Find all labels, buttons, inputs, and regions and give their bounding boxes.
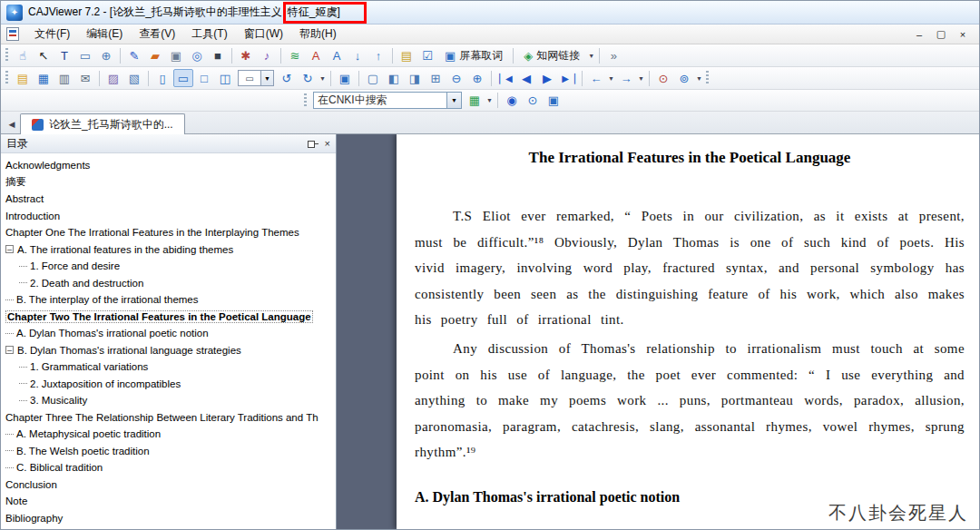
hand-tool-icon[interactable]: ☝ [13,46,33,64]
toc-item[interactable]: 3. Musicality [1,392,336,409]
target-tool-icon[interactable]: ◎ [187,46,207,64]
rotate-right-icon-dropdown-icon[interactable]: ▼ [318,75,327,82]
zoom-level-combo-dropdown-icon[interactable]: ▼ [261,70,274,86]
toc-item[interactable]: Bibliography [1,510,336,527]
zoom-out-icon[interactable]: ⊖ [446,69,466,87]
library-icon[interactable]: ▣ [544,92,564,110]
snapshot-icon[interactable]: ▧ [124,69,144,87]
tab-scroll-left-icon[interactable]: ◀ [4,115,20,133]
menu-item-5[interactable]: 帮助(H) [291,25,345,44]
find-icon[interactable]: ⊙ [653,69,673,87]
document-viewer[interactable]: The Irrational Features in the Poetical … [337,134,979,529]
close-button[interactable]: × [956,28,970,41]
cnki-search-dropdown-icon[interactable]: ▼ [447,92,462,109]
select-tool-icon[interactable]: ↖ [34,46,54,64]
cnki-search-input[interactable]: 在CNKI中搜索 [313,92,447,109]
close-panel-icon[interactable]: × [325,139,330,149]
first-page-icon[interactable]: ▏◀ [495,69,515,87]
open-file-icon[interactable]: ▤ [13,69,33,87]
two-page-view-icon[interactable]: ◫ [215,69,235,87]
fit-width-view-icon[interactable]: ▭ [173,69,193,87]
toc-item[interactable]: C. Biblical tradition [1,459,336,476]
toc-item[interactable]: A. Metaphysical poetic tradition [1,426,336,443]
tree-collapse-icon[interactable]: – [5,346,14,354]
previous-page-icon[interactable]: ◀ [516,69,536,87]
bookmark-panel-icon[interactable]: ◧ [384,69,404,87]
arrow-down-annotation-icon[interactable]: ↓ [348,46,368,64]
toc-item[interactable]: Note [1,493,336,510]
find-next-icon[interactable]: ⊚ [674,69,694,87]
toc-item[interactable]: 1. Force and desire [1,258,336,275]
toc-item[interactable]: Acknowledgments [1,157,336,174]
highlight-text-icon[interactable]: ≋ [285,46,305,64]
camera-tool-icon[interactable]: ▣ [166,46,186,64]
single-page-view-icon[interactable]: ▯ [152,69,172,87]
minimize-button[interactable]: – [912,28,926,41]
toc-item[interactable]: 摘要 [1,174,336,191]
crop-tool-icon[interactable]: ■ [208,46,228,64]
cnki-link-button-dropdown-icon[interactable]: ▼ [587,53,595,59]
zoom-tool-icon[interactable]: ⊕ [96,46,116,64]
toc-item[interactable]: Introduction [1,208,336,225]
menu-item-1[interactable]: 编辑(E) [78,25,131,44]
tree-collapse-icon[interactable]: – [5,245,14,253]
save-icon[interactable]: ▦ [34,69,54,87]
cnki-link-button[interactable]: ◈知网链接 [517,46,586,64]
more-tools-icon[interactable]: » [603,46,623,64]
forward-view-icon[interactable]: → [616,69,636,87]
sound-note-tool-icon[interactable]: ♪ [257,46,277,64]
pen-tool-icon[interactable]: ✎ [124,46,144,64]
menu-item-2[interactable]: 查看(V) [131,25,183,44]
restore-button[interactable]: ▢ [934,28,948,41]
menu-item-0[interactable]: 文件(F) [26,25,78,44]
toc-item[interactable]: 1. Grammatical variations [1,358,336,376]
sync-browse-icon[interactable]: ◉ [502,92,522,110]
screen-capture-button[interactable]: ▣屏幕取词 [438,46,509,64]
toc-item[interactable]: –B. Dylan Thomas's irrational language s… [1,342,336,359]
back-view-icon-dropdown-icon[interactable]: ▼ [607,75,615,82]
rotate-right-icon[interactable]: ↻ [298,69,318,87]
toc-item[interactable]: B. The interplay of the irrational theme… [1,291,336,309]
copy-icon[interactable]: ▨ [103,69,123,87]
annotation-panel-icon[interactable]: ◨ [405,69,425,87]
menu-item-4[interactable]: 窗口(W) [236,25,291,44]
find-next-icon-dropdown-icon[interactable]: ▼ [695,75,703,82]
pin-icon[interactable] [307,138,318,149]
highlighter-tool-icon[interactable]: ▰ [145,46,165,64]
back-view-icon[interactable]: ← [586,69,606,87]
toc-item[interactable]: Abstract [1,191,336,208]
stamp-tool-icon[interactable]: ✱ [236,46,256,64]
search-panel-icon[interactable]: ⊞ [426,69,446,87]
toc-item[interactable]: Chapter Three The Relationship Between L… [1,409,336,427]
toc-item[interactable]: 2. Juxtaposition of incompatibles [1,376,336,393]
word-capture-check-icon[interactable]: ☑ [417,46,437,64]
search-go-icon-dropdown-icon[interactable]: ▼ [485,97,494,103]
toc-item[interactable]: Chapter One The Irrational Features in t… [1,224,336,241]
forward-view-icon-dropdown-icon[interactable]: ▼ [637,75,645,82]
underline-text-icon[interactable]: A [306,46,326,64]
toc-item[interactable]: Conclusion [1,476,336,494]
toc-item[interactable]: B. The Welsh poetic tradition [1,443,336,460]
document-tab[interactable]: 论狄兰_托马斯诗歌中的... [20,113,185,134]
note-page-icon[interactable]: ▤ [397,46,416,64]
strikeout-text-icon[interactable]: A [327,46,347,64]
next-page-icon[interactable]: ▶ [537,69,557,87]
email-icon[interactable]: ✉ [75,69,95,87]
image-select-tool-icon[interactable]: ▭ [75,46,95,64]
help-icon[interactable]: ⊙ [523,92,543,110]
zoom-in-icon[interactable]: ⊕ [467,69,487,87]
arrow-up-annotation-icon[interactable]: ↑ [368,46,388,64]
text-select-tool-icon[interactable]: T [54,46,74,64]
page-panel-icon[interactable]: ▢ [363,69,383,87]
toc-item[interactable]: 2. Death and destruction [1,275,336,292]
toc-item[interactable]: Chapter Two The Irrational Features in t… [1,309,336,326]
last-page-icon[interactable]: ▶▕ [558,69,578,87]
full-screen-icon[interactable]: ▣ [335,69,355,87]
fit-page-view-icon[interactable]: □ [194,69,214,87]
search-go-icon[interactable]: ▦ [465,92,485,110]
toc-item[interactable]: –A. The irrational features in the abidi… [1,241,336,259]
print-icon[interactable]: ▥ [54,69,74,87]
toc-item[interactable]: A. Dylan Thomas's irrational poetic noti… [1,325,336,342]
menu-item-3[interactable]: 工具(T) [183,25,235,44]
rotate-left-icon[interactable]: ↺ [277,69,297,87]
